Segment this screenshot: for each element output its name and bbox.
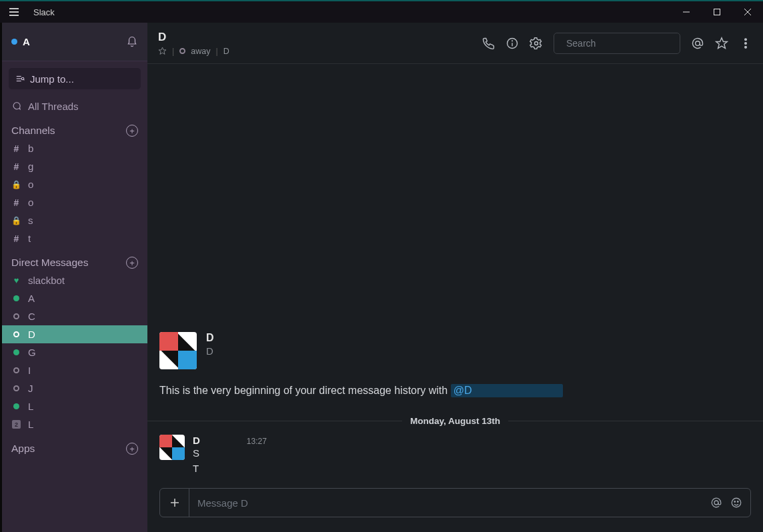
svg-point-12 [512, 40, 513, 41]
window-minimize-button[interactable] [671, 1, 702, 23]
window-maximize-button[interactable] [702, 1, 732, 23]
presence-active-icon [11, 349, 21, 355]
message-text: S [193, 446, 751, 461]
channel-item[interactable]: #t [2, 229, 147, 247]
workspace-header[interactable]: A [2, 23, 147, 61]
lock-icon: 🔒 [11, 180, 21, 189]
message-time: 13:27 [247, 437, 267, 446]
add-app-button[interactable]: + [126, 443, 138, 455]
window-close-button[interactable] [732, 1, 763, 23]
user-presence-away-icon [179, 48, 185, 54]
user-status-text: away [191, 47, 210, 56]
presence-away-icon [11, 385, 21, 391]
workspace-presence-dot [11, 39, 17, 45]
dm-item[interactable]: 2L [2, 415, 147, 433]
conversation-subject: D [223, 47, 229, 56]
dm-item[interactable]: ♥slackbot [2, 271, 147, 289]
search-box[interactable] [554, 33, 680, 54]
dm-intro-block: D D This is the very beginning of your d… [147, 329, 763, 409]
app-title: Slack [33, 7, 55, 17]
info-button[interactable] [506, 37, 519, 50]
hash-icon: # [11, 143, 21, 154]
jump-list-icon [15, 74, 25, 83]
dm-item[interactable]: I [2, 361, 147, 379]
composer-input[interactable] [189, 497, 702, 509]
svg-marker-17 [716, 37, 728, 48]
channels-section-header: Channels + [2, 115, 147, 139]
composer-emoji-icon[interactable] [730, 497, 742, 509]
lock-icon: 🔒 [11, 216, 21, 225]
dm-item[interactable]: A [2, 289, 147, 307]
svg-point-23 [714, 501, 718, 505]
channel-name: o [28, 179, 33, 190]
message-text: T [193, 461, 751, 477]
hamburger-menu-icon[interactable] [5, 4, 23, 20]
dm-item[interactable]: L [2, 397, 147, 415]
star-icon[interactable] [158, 47, 167, 55]
channel-name: t [28, 233, 31, 244]
channel-item[interactable]: 🔒o [2, 175, 147, 193]
composer-mention-icon[interactable] [710, 497, 722, 509]
add-dm-button[interactable]: + [126, 257, 138, 269]
dm-name: I [28, 365, 31, 376]
hash-icon: # [11, 197, 21, 208]
search-input[interactable] [566, 38, 683, 49]
presence-away-icon [11, 313, 21, 319]
message-avatar[interactable] [159, 435, 185, 460]
threads-icon [11, 101, 21, 111]
channel-item[interactable]: #b [2, 139, 147, 157]
intro-user-name: D [206, 332, 214, 344]
channels-header-label: Channels [11, 125, 55, 137]
mentions-button[interactable] [691, 37, 704, 50]
star-items-button[interactable] [715, 37, 728, 50]
svg-point-26 [738, 501, 739, 503]
add-channel-button[interactable]: + [126, 125, 138, 137]
dm-item[interactable]: C [2, 307, 147, 325]
channel-item[interactable]: #g [2, 157, 147, 175]
dm-name: D [28, 329, 35, 340]
dm-item[interactable]: G [2, 343, 147, 361]
date-divider: Monday, August 13th [147, 415, 763, 427]
presence-active-icon [11, 403, 21, 409]
heart-icon: ♥ [11, 275, 21, 285]
call-button[interactable] [482, 37, 495, 50]
dm-name: C [28, 311, 35, 322]
hash-icon: # [11, 233, 21, 244]
svg-marker-9 [159, 47, 166, 54]
dm-name: A [28, 293, 35, 304]
separator: | [215, 47, 217, 56]
svg-point-20 [745, 46, 747, 48]
window-titlebar: Slack [0, 0, 763, 23]
message-author[interactable]: D [193, 435, 200, 446]
jump-to-label: Jump to... [30, 73, 74, 85]
jump-to-input[interactable]: Jump to... [9, 68, 141, 89]
channel-item[interactable]: #o [2, 193, 147, 211]
channel-name: s [28, 215, 33, 226]
user-mention[interactable]: @D [451, 384, 563, 397]
settings-button[interactable] [530, 37, 543, 50]
intro-text: This is the very beginning of your direc… [159, 384, 751, 397]
intro-text-prefix: This is the very beginning of your direc… [159, 385, 451, 396]
message-composer [159, 488, 751, 517]
user-avatar[interactable] [159, 332, 197, 369]
dms-section-header: Direct Messages + [2, 247, 147, 271]
channel-item[interactable]: 🔒s [2, 211, 147, 229]
all-threads-link[interactable]: All Threads [2, 97, 147, 115]
conversation-pane: D | away | D [147, 23, 763, 532]
svg-line-8 [23, 79, 24, 80]
conversation-title[interactable]: D [158, 31, 229, 44]
channel-name: o [28, 197, 33, 208]
composer-add-button[interactable] [160, 489, 189, 517]
dm-name: L [28, 401, 33, 412]
workspace-name: A [23, 36, 30, 47]
sidebar: A Jump to... All Threads Channels + #b#g… [0, 23, 147, 532]
dms-header-label: Direct Messages [11, 257, 88, 269]
dm-name: J [28, 383, 33, 394]
dm-item[interactable]: D [2, 325, 147, 343]
presence-away-icon [11, 331, 21, 337]
svg-point-24 [732, 498, 741, 507]
dm-item[interactable]: J [2, 379, 147, 397]
more-actions-button[interactable] [739, 37, 752, 50]
hash-icon: # [11, 161, 21, 172]
notifications-bell-icon[interactable] [126, 36, 138, 48]
